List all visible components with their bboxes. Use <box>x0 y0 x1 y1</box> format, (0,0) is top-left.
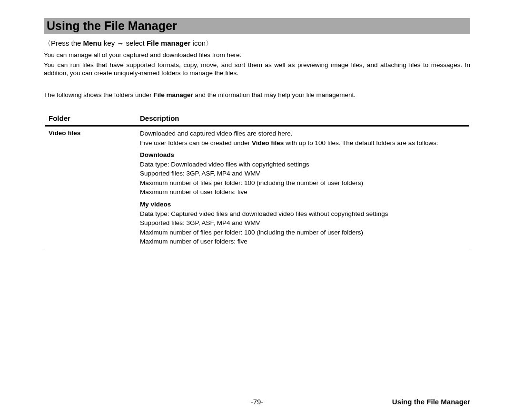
nav-text: key → select <box>102 39 147 47</box>
description-line: My videos <box>140 200 465 209</box>
description-line: Five user folders can be created under V… <box>140 139 465 147</box>
description-line: Maximum number of files per folder: 100 … <box>140 179 465 187</box>
intro3-text: The following shows the folders under <box>44 91 153 98</box>
intro-paragraph-1: You can manage all of your captured and … <box>44 51 470 59</box>
table-header-row: Folder Description <box>45 112 469 127</box>
intro-paragraph-2: You can run files that have supported fo… <box>44 61 470 78</box>
folder-description: Downloaded and captured video files are … <box>140 129 469 247</box>
nav-text: icon <box>190 39 206 47</box>
section-title: Using the File Manager <box>47 19 467 33</box>
section-title-bar: Using the File Manager <box>44 18 470 34</box>
intro-paragraph-3: The following shows the folders under Fi… <box>44 91 470 99</box>
description-line: Data type: Downloaded video files with c… <box>140 160 465 169</box>
description-line: Supported files: 3GP, ASF, MP4 and WMV <box>140 219 465 227</box>
page-number: -79- <box>251 398 264 406</box>
description-line: Downloads <box>140 151 465 159</box>
folder-name: Video files <box>45 129 140 247</box>
bracket-close: 〉 <box>206 39 213 47</box>
bracket-open: 〈 <box>44 39 51 47</box>
nav-text: Press the <box>51 39 83 47</box>
intro3-text: and the information that may help your f… <box>193 91 356 98</box>
folder-table: Folder Description Video files Downloade… <box>44 112 470 249</box>
intro3-bold: File manager <box>153 91 193 98</box>
table-row: Video files Downloaded and captured vide… <box>45 127 469 249</box>
table-header-description: Description <box>140 114 469 122</box>
description-line: Maximum number of files per folder: 100 … <box>140 228 465 237</box>
nav-menu-key: Menu <box>83 39 102 47</box>
table-header-folder: Folder <box>45 114 140 122</box>
description-line: Downloaded and captured video files are … <box>140 129 465 138</box>
nav-file-manager: File manager <box>147 39 191 47</box>
description-line: Maximum number of user folders: five <box>140 188 465 196</box>
description-line: Supported files: 3GP, ASF, MP4 and WMV <box>140 169 465 178</box>
page-footer: -79- Using the File Manager <box>44 398 470 406</box>
footer-section-name: Using the File Manager <box>392 398 470 406</box>
navigation-instruction: 〈Press the Menu key → select File manage… <box>44 39 470 48</box>
description-line: Data type: Captured video files and down… <box>140 210 465 218</box>
description-line: Maximum number of user folders: five <box>140 237 465 246</box>
